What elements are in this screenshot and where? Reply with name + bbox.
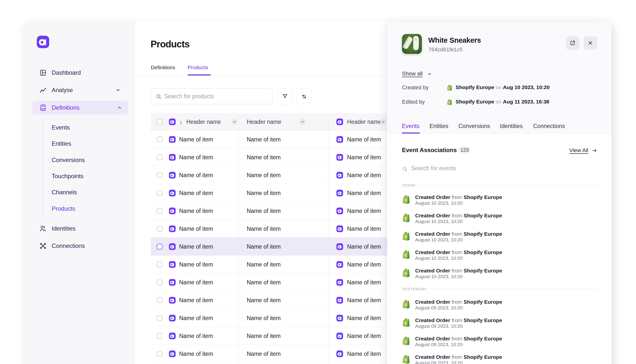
- svg-text:S: S: [448, 86, 450, 90]
- svg-text:S: S: [404, 198, 407, 203]
- svg-text:S: S: [404, 339, 407, 344]
- svg-text:S: S: [404, 321, 407, 326]
- svg-text:S: S: [404, 271, 407, 276]
- svg-text:S: S: [448, 101, 450, 104]
- svg-text:S: S: [404, 234, 407, 240]
- svg-text:S: S: [404, 253, 407, 258]
- svg-text:S: S: [404, 358, 407, 362]
- svg-text:S: S: [404, 302, 407, 308]
- svg-text:S: S: [404, 216, 407, 221]
